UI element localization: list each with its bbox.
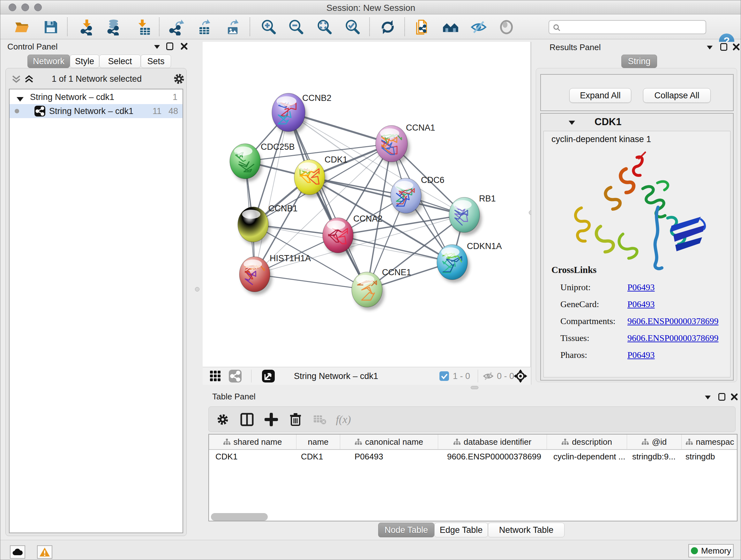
save-icon[interactable]: [42, 18, 60, 36]
collapse-section-icon[interactable]: [568, 120, 576, 125]
tab-network[interactable]: Network: [27, 55, 70, 68]
expand-all-icon[interactable]: [24, 75, 34, 84]
delete-column-trash-icon[interactable]: [287, 411, 304, 428]
collapse-all-icon[interactable]: [11, 75, 21, 84]
result-node-title: CDK1: [595, 116, 621, 128]
float-panel-icon[interactable]: [706, 45, 713, 50]
column-header-name[interactable]: name: [296, 435, 340, 450]
gear-icon[interactable]: [173, 73, 185, 85]
network-tree-root-row[interactable]: String Network – cdk1 1: [10, 90, 183, 104]
node-label-CCNA1: CCNA1: [406, 123, 435, 132]
hide-selected-icon[interactable]: [470, 18, 488, 36]
tab-select[interactable]: Select: [99, 55, 141, 68]
node-CCNB2[interactable]: CCNB2: [272, 93, 332, 134]
node-CDC25B[interactable]: CDC25B: [230, 142, 295, 182]
close-panel-icon[interactable]: [732, 43, 740, 51]
network-tree-row-selected[interactable]: String Network – cdk1 11 48: [10, 104, 183, 118]
crosslink-row: Pharos:P06493: [560, 347, 726, 363]
open-folder-icon[interactable]: [13, 18, 31, 36]
crosslink-link[interactable]: 9606.ENSP00000378699: [627, 333, 718, 343]
table-hscrollbar-thumb[interactable]: [211, 513, 268, 521]
column-header-database-identifier[interactable]: database identifier: [438, 435, 547, 450]
zoom-in-icon[interactable]: [259, 18, 277, 36]
column-header-namespac[interactable]: namespac: [682, 435, 738, 450]
table-cell[interactable]: stringdb: [685, 450, 738, 463]
table-cell[interactable]: P06493: [354, 450, 438, 463]
mapped-column-icon: [355, 439, 362, 445]
table-cell[interactable]: stringdb:9...: [632, 450, 682, 463]
search-input[interactable]: [563, 21, 704, 33]
import-table-file-icon[interactable]: [134, 18, 152, 36]
fit-content-crosshair-icon[interactable]: [514, 369, 528, 384]
crosslink-link[interactable]: P06493: [627, 350, 655, 360]
table-settings-gear-icon[interactable]: [214, 411, 231, 428]
column-header-shared-name[interactable]: shared name: [209, 435, 296, 450]
export-table-icon[interactable]: [195, 18, 212, 36]
horizontal-splitter-handle[interactable]: [471, 386, 478, 389]
collapse-arrow-icon[interactable]: [17, 94, 23, 104]
node-CCNB1[interactable]: CCNB1: [238, 204, 298, 245]
node-label-CCNE1: CCNE1: [382, 267, 411, 277]
close-panel-icon[interactable]: [180, 43, 188, 50]
node-CCNA1[interactable]: CCNA1: [376, 123, 435, 165]
refresh-icon[interactable]: [379, 18, 397, 36]
hidden-eye-icon[interactable]: [483, 371, 494, 382]
column-header-description[interactable]: description: [547, 435, 627, 450]
export-network-icon[interactable]: [167, 18, 185, 36]
close-panel-icon[interactable]: [731, 393, 738, 401]
column-header--id[interactable]: @id: [627, 435, 682, 450]
node-label-RB1: RB1: [479, 194, 496, 203]
add-column-icon[interactable]: [263, 411, 280, 428]
open-in-window-icon[interactable]: [262, 370, 275, 384]
network-share-toggle-icon[interactable]: [229, 370, 242, 384]
clone-network-icon[interactable]: [413, 18, 431, 36]
table-cell[interactable]: CDK1: [215, 450, 296, 463]
selected-checkbox-icon[interactable]: [440, 371, 449, 382]
tab-network-table[interactable]: Network Table: [488, 523, 564, 537]
node-HIST1H1A[interactable]: HIST1H1A: [239, 253, 311, 295]
zoom-selected-icon[interactable]: [343, 18, 361, 36]
import-network-file-icon[interactable]: [78, 18, 96, 36]
tab-style[interactable]: Style: [70, 55, 99, 68]
node-RB1[interactable]: RB1: [449, 194, 496, 235]
edge-CCNB2-HIST1H1A[interactable]: [255, 112, 288, 274]
float-panel-icon[interactable]: [153, 44, 160, 50]
crosslink-link[interactable]: 9606.ENSP00000378699: [627, 316, 718, 326]
collapse-all-button[interactable]: Collapse All: [643, 88, 711, 103]
show-details-icon[interactable]: [497, 18, 515, 36]
export-image-icon[interactable]: [223, 18, 241, 36]
tab-string[interactable]: String: [621, 55, 657, 68]
crosslink-link[interactable]: P06493: [627, 282, 655, 293]
network-tree: String Network – cdk1 1 String Network –…: [9, 89, 183, 533]
maximize-panel-icon[interactable]: [718, 393, 725, 401]
table-cell[interactable]: 9606.ENSP00000378699: [447, 450, 547, 463]
tab-edge-table[interactable]: Edge Table: [434, 523, 488, 537]
memory-button[interactable]: Memory: [688, 544, 734, 557]
node-CDC6[interactable]: CDC6: [391, 175, 445, 216]
show-columns-icon[interactable]: [239, 411, 255, 428]
tab-sets[interactable]: Sets: [141, 55, 171, 68]
expand-all-button[interactable]: Expand All: [569, 88, 631, 103]
home-view-icon[interactable]: [442, 18, 460, 36]
maximize-panel-icon[interactable]: [720, 43, 727, 51]
table-cell[interactable]: CDK1: [301, 450, 340, 463]
node-CDKN1A[interactable]: CDKN1A: [437, 241, 502, 283]
node-CDK1[interactable]: CDK1: [294, 155, 347, 198]
node-CCNE1[interactable]: CCNE1: [352, 267, 411, 310]
left-splitter-handle[interactable]: [195, 287, 199, 292]
table-cell[interactable]: cyclin-dependent ...: [553, 450, 627, 463]
warning-button[interactable]: [37, 545, 52, 559]
zoom-fit-icon[interactable]: [315, 18, 333, 36]
zoom-out-icon[interactable]: [287, 18, 305, 36]
crosslink-row: Compartments:9606.ENSP00000378699: [560, 313, 726, 329]
network-selection-status: 1 of 1 Network selected: [35, 74, 159, 84]
float-panel-icon[interactable]: [704, 395, 711, 400]
cloud-button[interactable]: [10, 545, 25, 559]
tab-node-table[interactable]: Node Table: [378, 523, 434, 537]
column-header-canonical-name[interactable]: canonical name: [340, 435, 438, 450]
crosslink-link[interactable]: P06493: [627, 299, 655, 309]
import-network-database-icon[interactable]: [105, 18, 123, 36]
maximize-panel-icon[interactable]: [166, 43, 173, 50]
network-canvas[interactable]: CCNB2CCNA1CDC25BCDK1CDC6RB1CCNB1CCNA2CDK…: [203, 42, 531, 367]
birdseye-grid-icon[interactable]: [210, 370, 221, 383]
